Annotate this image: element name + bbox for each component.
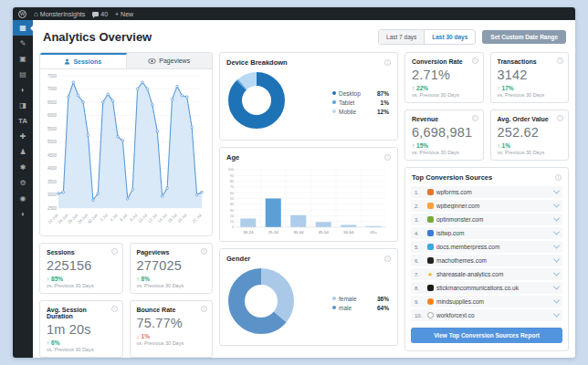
svg-text:3500: 3500 (47, 180, 58, 184)
set-custom-date-range-button[interactable]: Set Custom Date Range (482, 30, 566, 44)
favicon-icon (427, 298, 434, 305)
source-row[interactable]: 6.machothemes.com (411, 255, 562, 266)
left-column: Sessions Pageviews 250030003500400045005… (39, 52, 213, 358)
chevron-down-icon[interactable] (553, 297, 560, 304)
plugin-ta-icon: TA (18, 118, 27, 125)
info-icon[interactable] (201, 306, 207, 312)
tab-sessions[interactable]: Sessions (40, 53, 127, 68)
device-breakdown-title: Device Breakdown (226, 58, 288, 67)
new-label: + New (115, 11, 133, 17)
source-rank: 4. (415, 231, 425, 236)
svg-text:45-54: 45-54 (319, 230, 330, 235)
last-7-days-button[interactable]: Last 7 days (379, 30, 425, 44)
source-domain: wpforms.com (436, 189, 551, 195)
sidebar-item-users[interactable]: ♟ (13, 144, 33, 160)
svg-text:0: 0 (232, 225, 234, 229)
sidebar-item-plugin-ta[interactable]: TA (13, 113, 33, 129)
source-row[interactable]: 7.★shareasale-analytics.com (411, 268, 562, 280)
source-domain: docs.memberpress.com (436, 244, 551, 250)
svg-text:6 Jul: 6 Jul (119, 213, 128, 222)
source-row[interactable]: 10.workforcexl.co (411, 309, 562, 321)
source-rank: 9. (415, 299, 425, 305)
sidebar-item-tools[interactable]: ✱ (13, 160, 33, 175)
info-icon[interactable] (111, 248, 118, 255)
sidebar-item-appearance[interactable]: ◨ (13, 98, 33, 113)
stat-value: 252.62 (498, 125, 562, 140)
source-row[interactable]: 5.docs.memberpress.com (411, 241, 562, 253)
dashboard-columns: Sessions Pageviews 250030003500400045005… (33, 52, 575, 358)
sidebar-item-collapse-menu[interactable]: ◖ (13, 206, 33, 222)
svg-text:60: 60 (230, 192, 234, 195)
chevron-down-icon[interactable] (553, 202, 560, 208)
tab-pageviews[interactable]: Pageviews (127, 53, 213, 68)
stat-sub: vs. Previous 30 Days (412, 92, 477, 98)
favicon-icon: ★ (427, 271, 434, 277)
sidebar-item-insights[interactable]: ◉ (13, 191, 33, 206)
source-rank: 3. (415, 217, 425, 223)
source-domain: machothemes.com (436, 257, 551, 264)
sidebar-item-pages[interactable]: ▤ (13, 67, 33, 82)
legend-label: Tablet (339, 99, 378, 106)
date-range-segmented-control: Last 7 days Last 30 days (378, 29, 476, 45)
info-icon[interactable] (384, 256, 391, 262)
collapse-menu-icon: ◖ (21, 211, 26, 218)
stat-change: ↑ 6% (47, 339, 116, 346)
sidebar-item-posts[interactable]: ✎ (13, 36, 33, 51)
chevron-down-icon[interactable] (553, 311, 560, 318)
top-conversion-sources-panel: Top Conversion Sources 1.wpforms.com2.wp… (404, 167, 569, 351)
stat-value: 225156 (47, 258, 116, 273)
chevron-down-icon[interactable] (553, 188, 560, 194)
sidebar-item-dashboard[interactable]: ▦ (13, 20, 33, 36)
wordpress-logo-menu[interactable] (18, 10, 26, 18)
info-icon[interactable] (384, 59, 391, 66)
stat-sub: vs. Previous 30 Days (137, 283, 206, 288)
svg-text:7000: 7000 (47, 87, 58, 91)
chevron-down-icon[interactable] (553, 215, 560, 222)
chevron-down-icon[interactable] (553, 229, 560, 235)
sidebar-item-settings[interactable]: ⚙ (13, 175, 33, 191)
source-row[interactable]: 3.optinmonster.com (411, 214, 562, 225)
svg-text:4000: 4000 (47, 166, 58, 171)
chevron-down-icon[interactable] (553, 270, 560, 276)
stat-change: ↑ 85% (47, 276, 116, 282)
sidebar-item-media[interactable]: ▣ (13, 51, 33, 67)
view-sources-report-button[interactable]: View Top Conversion Sources Report (411, 328, 562, 343)
stat-label: Conversion Rate (412, 58, 477, 65)
stat-value: 3142 (498, 68, 562, 82)
info-icon[interactable] (555, 174, 562, 181)
source-row[interactable]: 8.stickmancommunications.co.uk (411, 282, 562, 294)
chevron-down-icon[interactable] (553, 256, 560, 263)
info-icon[interactable] (201, 248, 207, 255)
last-30-days-button[interactable]: Last 30 days (425, 30, 475, 44)
stat-card-pageviews: Pageviews277025↑ 8%vs. Previous 30 Days (130, 243, 214, 294)
device-legend: Desktop87%Tablet1%Mobile12% (332, 90, 389, 115)
sidebar-item-comments[interactable]: ◗ (13, 82, 33, 98)
source-domain: stickmancommunications.co.uk (436, 285, 551, 291)
site-menu[interactable]: MonsterInsights (34, 10, 85, 18)
source-row[interactable]: 2.wpbeginner.com (411, 200, 562, 212)
stat-change: ↓ 1% (137, 333, 206, 339)
info-icon[interactable] (557, 115, 563, 121)
new-content-menu[interactable]: + New (115, 11, 133, 17)
source-row[interactable]: 4.isitwp.com (411, 227, 562, 239)
source-row[interactable]: 9.mindsupplies.com (411, 296, 562, 308)
comments-menu[interactable]: 40 (92, 11, 108, 17)
favicon-icon (427, 216, 434, 223)
sidebar-item-plugins[interactable]: ✚ (13, 129, 33, 144)
chevron-down-icon[interactable] (553, 284, 560, 290)
source-row[interactable]: 1.wpforms.com (411, 186, 562, 198)
svg-text:5000: 5000 (47, 140, 58, 144)
info-icon[interactable] (384, 154, 391, 161)
dashboard-icon: ▦ (19, 25, 26, 32)
stat-sub: vs. Previous 30 Days (498, 150, 562, 155)
chevron-down-icon[interactable] (553, 243, 560, 249)
info-icon[interactable] (111, 306, 118, 312)
legend-item: Desktop87% (332, 90, 389, 97)
info-icon[interactable] (557, 57, 563, 64)
svg-text:35-44: 35-44 (293, 230, 304, 235)
info-icon[interactable] (472, 57, 478, 64)
info-icon[interactable] (472, 115, 478, 121)
favicon-icon (427, 285, 434, 291)
favicon-icon (427, 189, 434, 195)
stat-label: Transactions (498, 58, 562, 65)
